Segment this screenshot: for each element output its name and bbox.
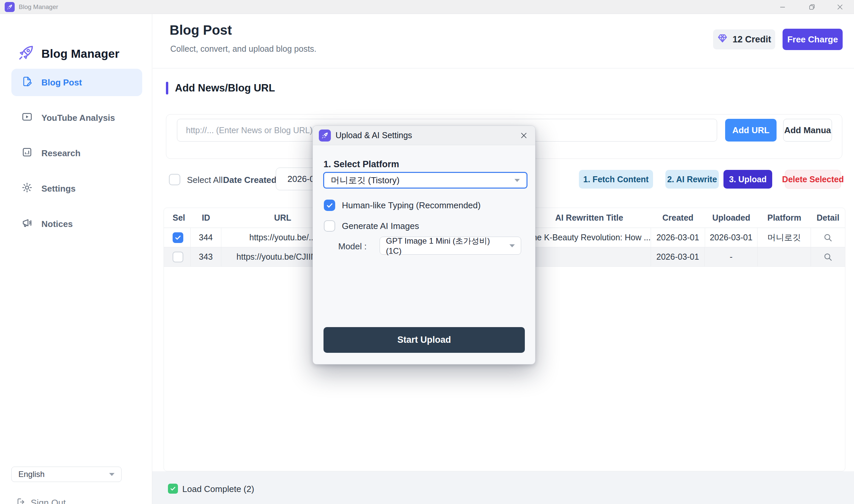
row-checkbox[interactable] [173, 252, 183, 262]
gem-icon [717, 33, 728, 46]
load-complete-check-icon [168, 484, 178, 494]
generate-images-label: Generate AI Images [342, 221, 419, 231]
platform-select[interactable]: 머니로깃 (Tistory) [323, 172, 528, 188]
bar-chart-icon [21, 146, 33, 160]
sidebar: Blog Manager Blog Post YouTube Analysis … [0, 14, 152, 504]
minimize-button[interactable] [773, 0, 792, 14]
megaphone-icon [21, 217, 33, 231]
logo-rocket-icon [17, 45, 34, 63]
restore-button[interactable] [803, 0, 821, 14]
sidebar-item-settings[interactable]: Settings [11, 175, 142, 202]
header-divider [153, 68, 854, 68]
sign-out-icon [16, 497, 25, 504]
page-subtitle: Collect, convert, and upload blog posts. [170, 44, 317, 54]
cell-ai-title: The K-Beauty Revolution: How ... [528, 228, 651, 247]
document-edit-icon [21, 76, 33, 89]
fetch-content-button[interactable]: 1. Fetch Content [579, 170, 653, 188]
modal-close-icon[interactable] [520, 131, 528, 140]
sidebar-item-label: Notices [41, 219, 73, 229]
platform-select-value: 머니로깃 (Tistory) [331, 175, 399, 186]
col-header-platform: Platform [758, 208, 811, 228]
section-accent-bar [166, 82, 168, 94]
col-header-id: ID [191, 208, 221, 228]
start-upload-button[interactable]: Start Upload [323, 327, 525, 353]
chevron-down-icon [109, 473, 114, 476]
delete-selected-button[interactable]: Delete Selected [785, 170, 841, 188]
gear-icon [21, 182, 33, 196]
language-value: English [18, 470, 45, 479]
upload-button[interactable]: 3. Upload [724, 170, 772, 188]
language-select[interactable]: English [11, 467, 122, 482]
cell-uploaded: - [705, 247, 758, 266]
video-play-icon [21, 111, 33, 125]
section-title: Add News/Blog URL [175, 82, 275, 94]
human-typing-label: Human-like Typing (Recommended) [342, 200, 481, 211]
chevron-down-icon [514, 179, 520, 182]
sidebar-item-youtube-analysis[interactable]: YouTube Analysis [11, 104, 142, 131]
window-title: Blog Manager [19, 0, 58, 14]
sidebar-item-blog-post[interactable]: Blog Post [11, 69, 142, 96]
close-window-button[interactable] [831, 0, 849, 14]
detail-search-button[interactable] [811, 247, 845, 266]
cell-created: 2026-03-01 [651, 247, 705, 266]
add-manual-button[interactable]: Add Manua [783, 119, 832, 142]
sidebar-item-label: Blog Post [41, 77, 82, 88]
page-title: Blog Post [170, 23, 232, 38]
cell-id: 344 [191, 228, 221, 247]
app-rocket-icon [5, 2, 15, 12]
model-select[interactable]: GPT Image 1 Mini (초가성비) (1C) [379, 237, 521, 255]
cell-uploaded: 2026-03-01 [705, 228, 758, 247]
col-header-sel: Sel [164, 208, 191, 228]
credit-count: 12 Credit [732, 34, 771, 45]
human-typing-checkbox[interactable] [324, 200, 335, 211]
model-select-value: GPT Image 1 Mini (초가성비) (1C) [386, 236, 503, 256]
add-url-button[interactable]: Add URL [725, 119, 777, 142]
select-platform-heading: 1. Select Platform [323, 159, 399, 169]
ai-rewrite-button[interactable]: 2. AI Rewrite [665, 170, 719, 188]
sidebar-item-label: YouTube Analysis [41, 113, 115, 123]
cell-platform: 머니로깃 [758, 228, 811, 247]
col-header-uploaded: Uploaded [705, 208, 758, 228]
window-titlebar: Blog Manager [0, 0, 854, 14]
modal-rocket-icon [319, 129, 331, 142]
date-created-label: Date Created : [223, 175, 282, 185]
col-header-created: Created [651, 208, 705, 228]
select-all-checkbox[interactable] [169, 174, 180, 185]
model-label: Model : [338, 241, 367, 252]
select-all-label: Select All [187, 175, 223, 185]
sidebar-item-label: Research [41, 148, 81, 159]
cell-ai-title [528, 247, 651, 266]
upload-ai-settings-modal: Upload & AI Settings 1. Select Platform … [313, 126, 535, 364]
load-complete-text: Load Complete (2) [182, 484, 254, 494]
sidebar-item-label: Settings [41, 184, 76, 194]
app-logo-title: Blog Manager [41, 47, 120, 60]
modal-header: Upload & AI Settings [313, 126, 535, 145]
row-checkbox[interactable] [173, 232, 183, 243]
cell-id: 343 [191, 247, 221, 266]
footer-status-bar [152, 471, 854, 504]
cell-platform [758, 247, 811, 266]
generate-images-checkbox[interactable] [324, 220, 335, 232]
cell-created: 2026-03-01 [651, 228, 705, 247]
detail-search-button[interactable] [811, 228, 845, 247]
sidebar-item-notices[interactable]: Notices [11, 210, 142, 238]
modal-title: Upload & AI Settings [336, 130, 412, 140]
credit-badge: 12 Credit [713, 29, 775, 49]
sign-out-button[interactable]: Sign Out [16, 497, 66, 504]
free-charge-button[interactable]: Free Charge [783, 29, 843, 50]
sidebar-item-research[interactable]: Research [11, 140, 142, 167]
col-header-ai-title: AI Rewritten Title [528, 208, 651, 228]
chevron-down-icon [510, 244, 515, 247]
sign-out-label: Sign Out [31, 498, 66, 504]
col-header-detail: Detail [811, 208, 845, 228]
